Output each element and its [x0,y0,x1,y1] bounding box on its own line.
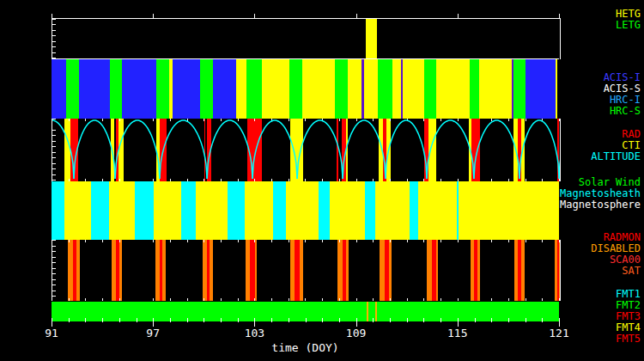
geospace-region-segment [319,181,330,240]
legend-group-instruments: ACIS-IACIS-SHRC-IHRC-S [520,72,641,117]
instruments-segment [424,59,436,119]
instruments-segment [52,59,66,119]
instruments-segment [302,59,335,119]
legend-group-radmon-events: RADMONDISABLEDSCA00SAT [520,232,641,277]
instruments-segment [335,59,348,119]
label-letg: LETG [520,20,641,31]
band-geospace-region [52,181,559,240]
geospace-region-segment [365,181,375,240]
altitude-orbit-arc [427,120,474,179]
x-axis-minor-tick [85,318,86,322]
x-axis-minor-tick [542,318,543,322]
left-tick-strip [52,19,56,59]
top-major-tick [153,14,154,18]
radmon-events-segment [116,240,118,301]
geospace-region-segment [135,181,154,240]
instruments-segment [348,59,361,119]
x-axis-minor-tick [187,318,188,322]
legend-group-gratings: HETGLETG [520,9,641,31]
geospace-region-segment [457,181,459,240]
radmon-events-segment [343,240,347,301]
radmon-events-segment [207,240,210,301]
altitude-orbit-arc [386,120,427,179]
instruments-segment [66,59,79,119]
x-axis-major-tick [559,318,560,327]
x-axis-minor-tick [289,318,289,322]
x-axis-minor-tick [339,318,340,322]
day-tick-strip-bottom [52,298,560,301]
instruments-segment [246,59,262,119]
instruments-segment [364,59,378,119]
instruments-segment [200,59,213,119]
geospace-region-segment [273,181,286,240]
instruments-segment [110,59,122,119]
band-radiation-altitude [52,119,561,181]
instruments-segment [173,59,200,119]
altitude-orbit-arc [297,120,343,179]
radmon-events-segment [250,240,255,301]
orbit-events-timeline-figure: HETGLETGACIS-IACIS-SHRC-IHRC-SRADCTIALTI… [0,0,644,361]
band-gratings [52,18,561,59]
band-instruments [52,58,559,119]
radmon-events-segment [73,240,76,301]
radmon-events-segment [474,240,477,301]
telemetry-format-segment [367,302,368,321]
geospace-region-segment [181,181,196,240]
top-major-tick [254,14,255,18]
altitude-orbit-arc [74,120,115,179]
day-tick-strip-top [52,240,560,242]
x-axis-minor-tick [69,318,70,322]
altitude-orbit-arc [160,120,207,179]
x-axis-tick-label: 103 [235,327,273,340]
band-radmon-events [52,240,561,301]
instruments-segment [403,59,424,119]
x-axis-major-tick [254,318,255,327]
geospace-region-segment [410,181,418,240]
x-axis-minor-tick [373,318,374,322]
instruments-segment [79,59,110,119]
x-axis-tick-label: 97 [134,327,172,340]
legend-group-telemetry-format: FMT1FMT2FMT3FMT4FMT5 [520,289,641,345]
x-axis-minor-tick [423,318,424,322]
x-axis-tick-label: 91 [33,327,70,340]
altitude-orbit-arc [474,120,519,179]
radmon-events-segment [385,240,390,301]
x-axis-minor-tick [526,318,526,322]
x-axis-major-tick [52,318,52,327]
altitude-orbit-arc [252,120,297,179]
top-major-tick [458,14,459,18]
x-axis-minor-tick [440,318,441,322]
instruments-segment [392,59,401,119]
instruments-segment [122,59,156,119]
left-tick-strip [52,240,56,301]
top-major-tick [52,14,52,18]
x-axis-major-tick [153,318,154,327]
instruments-segment [156,59,169,119]
x-axis-tick-label: 121 [540,327,578,340]
gratings-segment [366,19,377,59]
instruments-segment [236,59,246,119]
x-axis-minor-tick [221,318,222,322]
label-sat: SAT [520,266,641,277]
x-axis-major-tick [356,318,357,327]
x-axis-minor-tick [322,318,323,322]
radmon-events-segment [432,240,435,301]
x-axis-minor-tick [238,318,239,322]
instruments-segment [436,59,470,119]
x-axis-minor-tick [407,318,408,322]
x-axis-minor-tick [119,318,120,322]
x-axis-minor-tick [137,318,137,322]
x-axis-minor-tick [204,318,204,322]
geospace-region-segment [91,181,109,240]
x-axis-minor-tick [475,318,476,322]
radmon-events-segment [160,240,162,301]
x-axis-minor-tick [306,318,307,322]
legend-group-radiation-altitude: RADCTIALTITUDE [520,129,641,162]
x-axis-tick-label: 115 [439,327,477,340]
instruments-segment [213,59,236,119]
altitude-orbit-arc [343,120,386,179]
geospace-region-segment [228,181,245,240]
top-major-tick [356,14,357,18]
geospace-region-segment [52,181,64,240]
altitude-curve [52,119,560,181]
